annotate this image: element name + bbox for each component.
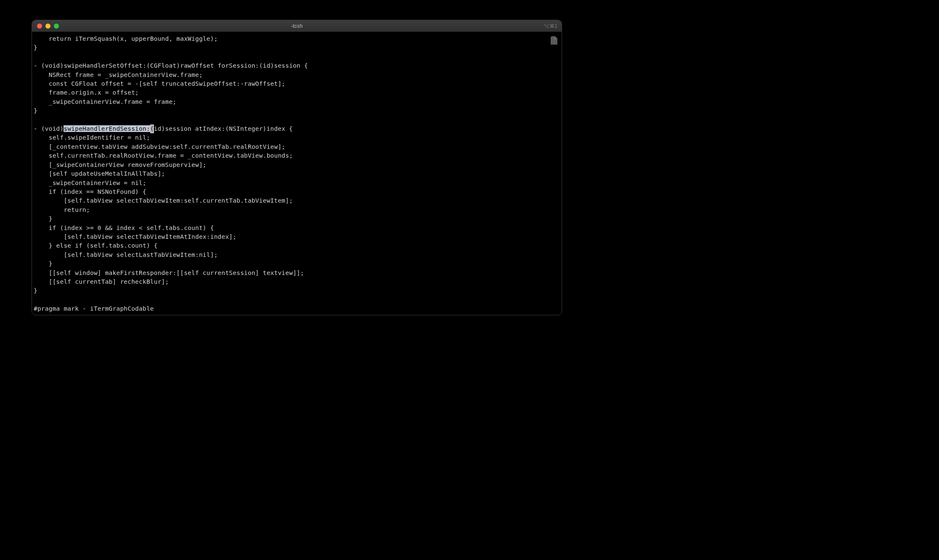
- code-before: return iTermSquash(x, upperBound, maxWig…: [34, 35, 308, 132]
- terminal-window[interactable]: -tcsh ⌥⌘1 return iTermSquash(x, upperBou…: [32, 20, 562, 315]
- title-bar[interactable]: -tcsh ⌥⌘1: [32, 20, 562, 32]
- minimize-button[interactable]: [45, 24, 50, 29]
- document-icon: [551, 36, 557, 46]
- terminal-content[interactable]: return iTermSquash(x, upperBound, maxWig…: [32, 32, 562, 315]
- window-shortcut: ⌥⌘1: [544, 23, 557, 29]
- code-after: id)session atIndex:(NSInteger)index { se…: [34, 125, 304, 312]
- close-button[interactable]: [37, 24, 42, 29]
- maximize-button[interactable]: [54, 24, 59, 29]
- selected-text: swipeHandlerEndSession:: [64, 125, 150, 132]
- traffic-lights: [32, 24, 59, 29]
- window-title: -tcsh: [291, 23, 302, 29]
- cursor: (: [150, 124, 154, 133]
